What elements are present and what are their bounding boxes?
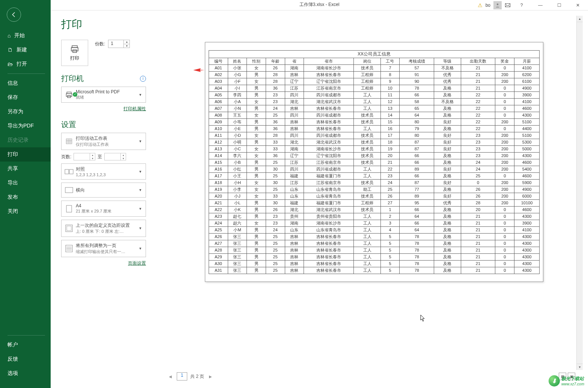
folder-open-icon: 🗁 [8, 61, 13, 67]
sheet-icon [64, 138, 74, 145]
landscape-icon [64, 187, 74, 193]
back-button[interactable] [7, 7, 21, 22]
nav-open[interactable]: 🗁打开 [0, 57, 51, 71]
nav-publish[interactable]: 发布 [0, 190, 51, 204]
help-button[interactable]: ? [514, 0, 529, 10]
titlebar: 工作簿3.xlsx - Excel ⚠ bo 🖂 ? — ☐ ✕ [51, 0, 588, 10]
nav-info[interactable]: 信息 [0, 76, 51, 90]
fit-icon [64, 245, 74, 252]
svg-point-0 [497, 3, 499, 5]
printer-dropdown[interactable]: ✓ Microsoft Print to PDF就绪 ▼ [61, 87, 146, 103]
chevron-down-icon: ▼ [137, 207, 143, 211]
chevron-down-icon: ▼ [137, 188, 143, 192]
check-icon: ✓ [73, 92, 77, 97]
collate-dropdown[interactable]: 对照1,2,3 1,2,3 1,2,3 ▼ [61, 163, 146, 180]
window-title: 工作簿3.xlsx - Excel [299, 1, 340, 8]
scroll-up-icon[interactable]: ▲ [577, 16, 583, 22]
page-title: 打印 [61, 17, 146, 31]
warning-icon[interactable]: ⚠ [478, 2, 483, 8]
svg-rect-7 [66, 139, 72, 144]
nav-share[interactable]: 共享 [0, 162, 51, 176]
svg-rect-12 [65, 169, 69, 174]
chevron-down-icon: ▼ [137, 139, 143, 143]
margins-dropdown[interactable]: 上一次的自定义页边距设置上: 0 厘米 下: 0 厘米 左:… ▼ [61, 220, 146, 237]
watermark-logo-icon: ⬇ [549, 375, 560, 387]
printer-properties-link[interactable]: 打印机属性 [61, 106, 146, 112]
print-preview: XX公司员工信息编号姓名性别年龄省省市岗位工号考核成绩等级出勤天数奖金月薪A01… [151, 10, 588, 388]
watermark: ⬇ 极光下载站 www.xz7.com [549, 375, 584, 387]
nav-close[interactable]: 关闭 [0, 204, 51, 219]
orientation-dropdown[interactable]: 横向 ▼ [61, 183, 146, 198]
page-from-spinner[interactable]: ▲▼ [74, 153, 95, 160]
page-icon [64, 205, 74, 213]
chevron-down-icon: ▼ [137, 93, 143, 97]
pages-label: 页数: [61, 154, 71, 160]
red-arrow-annotation [193, 67, 205, 73]
scroll-down-icon[interactable]: ▼ [577, 364, 583, 370]
total-pages-label: 共 2 页 [190, 373, 204, 380]
copies-label: 份数: [95, 41, 105, 47]
paper-dropdown[interactable]: A421 厘米 x 29.7 厘米 ▼ [61, 201, 146, 217]
svg-rect-2 [71, 48, 78, 51]
home-icon: ⌂ [8, 33, 11, 39]
chevron-down-icon: ▼ [137, 226, 143, 230]
current-page-input[interactable]: 1 [177, 372, 187, 381]
user-avatar[interactable] [493, 1, 502, 9]
nav-print[interactable]: 打印 [0, 147, 51, 162]
nav-save[interactable]: 保存 [0, 90, 51, 105]
print-button[interactable]: 打印 [61, 40, 88, 66]
nav-start[interactable]: ⌂开始 [0, 28, 51, 43]
nav-options[interactable]: 选项 [0, 366, 51, 381]
vertical-scrollbar[interactable]: ▲ ▼ [576, 16, 583, 370]
svg-rect-5 [66, 93, 72, 96]
backstage-sidebar: ⌂开始 🗋新建 🗁打开 信息 保存 另存为 导出为PDF 历史记录 打印 共享 … [0, 0, 51, 388]
copies-spinner[interactable]: 1 ▲▼ [108, 40, 130, 48]
user-name: bo [486, 3, 490, 8]
printer-icon [69, 45, 80, 54]
prev-page-button[interactable]: ◀ [167, 372, 174, 381]
nav-account[interactable]: 帐户 [0, 338, 51, 352]
chevron-down-icon: ▼ [137, 170, 143, 174]
scale-dropdown[interactable]: 将所有列调整为一页缩减打印输出使其只有一… ▼ [61, 240, 146, 257]
preview-table: XX公司员工信息编号姓名性别年龄省省市岗位工号考核成绩等级出勤天数奖金月薪A01… [209, 50, 540, 274]
svg-rect-13 [69, 169, 73, 174]
next-page-button[interactable]: ▶ [207, 372, 214, 381]
file-icon: 🗋 [8, 47, 13, 53]
svg-rect-15 [66, 205, 72, 212]
printer-small-icon: ✓ [64, 91, 74, 99]
svg-rect-14 [65, 187, 73, 193]
page-navigation: ◀ 1 共 2 页 ▶ ▦ ▣ [165, 370, 583, 383]
close-button[interactable]: ✕ [570, 0, 586, 10]
minimize-button[interactable]: — [532, 0, 548, 10]
chevron-down-icon: ▼ [137, 247, 143, 250]
nav-export-pdf[interactable]: 导出为PDF [0, 119, 51, 133]
settings-heading: 设置 [61, 120, 146, 130]
page-to-label: 至 [98, 154, 102, 160]
margins-icon [64, 225, 74, 232]
printer-heading: 打印机 [61, 73, 84, 84]
maximize-button[interactable]: ☐ [551, 0, 567, 10]
page-setup-link[interactable]: 页面设置 [61, 260, 146, 267]
info-icon[interactable]: i [140, 76, 146, 82]
svg-rect-17 [67, 226, 71, 231]
nav-new[interactable]: 🗋新建 [0, 43, 51, 57]
collate-icon [64, 168, 74, 175]
print-what-dropdown[interactable]: 打印活动工作表仅打印活动工作表 ▼ [61, 133, 146, 150]
share-ribbon-icon[interactable]: 🖂 [505, 2, 511, 9]
page-to-spinner[interactable]: ▲▼ [104, 153, 126, 160]
preview-page: XX公司员工信息编号姓名性别年龄省省市岗位工号考核成绩等级出勤天数奖金月薪A01… [205, 42, 543, 282]
nav-saveas[interactable]: 另存为 [0, 105, 51, 119]
nav-feedback[interactable]: 反馈 [0, 352, 51, 366]
nav-history: 历史记录 [0, 133, 51, 147]
nav-export[interactable]: 导出 [0, 176, 51, 190]
